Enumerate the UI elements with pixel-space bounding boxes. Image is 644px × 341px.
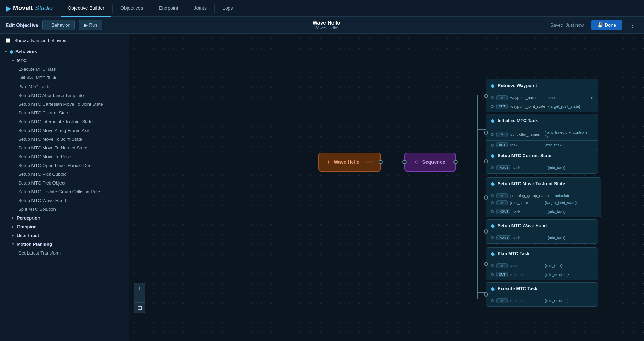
zoom-out-button[interactable]: − <box>134 293 145 303</box>
sidebar-item-initialize-mtc-task[interactable]: Initialize MTC Task <box>0 74 129 82</box>
out-dot-plan <box>491 273 494 276</box>
sidebar-item-split-mtc[interactable]: Split MTC Solution <box>0 205 129 214</box>
sidebar-item-mtc[interactable]: ▼ MTC <box>0 56 129 65</box>
sidebar-item-get-latest-transform[interactable]: Get Latest Transform <box>0 249 129 257</box>
sidebar-item-behaviors[interactable]: ▼ ◆ Behaviors <box>0 47 129 56</box>
setup-mtc-move-to-joint-card[interactable]: ◆ Setup MTC Move To Joint State IN plann… <box>486 177 601 217</box>
controller-names-label: controller_names <box>510 132 542 137</box>
execute-mtc-input-connector <box>484 292 488 297</box>
execute-mtc-icon: ◆ <box>491 285 495 292</box>
sidebar-item-setup-move-to-named[interactable]: Setup MTC Move To Named State <box>0 144 129 152</box>
retrieve-waypoint-title: Retrieve Waypoint <box>498 83 537 88</box>
execute-mtc-title: Execute MTC Task <box>498 286 537 291</box>
inout-dot3 <box>491 236 494 239</box>
task-out-value: {mtc_task} <box>545 143 563 147</box>
done-button[interactable]: 💾 Done <box>591 20 623 30</box>
main-content: Show advanced behaviors ▼ ◆ Behaviors ▼ … <box>0 34 644 341</box>
wave-hello-output-port[interactable] <box>379 160 383 164</box>
nav-objective-builder[interactable]: Objective Builder <box>61 0 111 17</box>
wave-hello-settings-icon[interactable]: ⚙⚙ <box>365 160 373 165</box>
sidebar-item-setup-open-lever[interactable]: Setup MTC Open Lever Handle Door <box>0 161 129 170</box>
plan-mtc-input-connector <box>484 262 488 266</box>
more-options-button[interactable]: ⋮ <box>627 20 638 30</box>
sequence-input-port[interactable] <box>402 160 407 164</box>
sidebar-item-grasping[interactable]: ► Grasping <box>0 222 129 231</box>
in-badge: IN <box>496 95 508 100</box>
nav-divider-1 <box>112 4 113 13</box>
plan-solution-label: solution <box>510 272 542 277</box>
sidebar-item-setup-wave-hand[interactable]: Setup MTC Wave Hand <box>0 196 129 205</box>
sequence-node[interactable]: ⚙ Sequence <box>404 153 456 172</box>
inout-dot2 <box>491 210 494 213</box>
nav-divider-2 <box>151 4 151 13</box>
sidebar-item-setup-move-to-pose[interactable]: Setup MTC Move To Pose <box>0 152 129 161</box>
init-mtc-input-connector <box>484 131 488 135</box>
init-mtc-header: ◆ Initialize MTC Task <box>486 114 598 127</box>
zoom-fit-button[interactable]: ⊡ <box>134 303 145 313</box>
zoom-in-button[interactable]: + <box>134 283 145 293</box>
sequence-icon: ⚙ <box>415 159 419 165</box>
sidebar-item-setup-update-collision[interactable]: Setup MTC Update Group Collision Rule <box>0 187 129 196</box>
nav-objectives[interactable]: Objectives <box>114 0 149 17</box>
sidebar-item-execute-mtc-task[interactable]: Execute MTC Task <box>0 65 129 74</box>
nav-joints[interactable]: Joints <box>188 0 213 17</box>
logo-text: MoveIt <box>13 5 33 12</box>
out-dot <box>491 105 494 108</box>
sidebar-item-setup-interpolate[interactable]: Setup MTC Interpolate To Joint State <box>0 117 129 126</box>
execute-mtc-task-card[interactable]: ◆ Execute MTC Task IN solution {mtc_solu… <box>486 282 598 307</box>
execute-solution-value: {mtc_solution} <box>545 299 569 303</box>
plan-task-in-row: IN task {mtc_task} <box>486 262 598 269</box>
execute-mtc-header: ◆ Execute MTC Task <box>486 283 598 295</box>
retrieve-waypoint-card[interactable]: ◆ Retrieve Waypoint IN waypoint_name Hom… <box>486 79 598 112</box>
plan-task-value: {mtc_task} <box>545 264 563 268</box>
sequence-output-port[interactable] <box>453 160 458 164</box>
in-dot <box>491 133 494 136</box>
sidebar-item-setup-move-along[interactable]: Setup MTC Move Along Frame Axis <box>0 126 129 135</box>
sidebar-item-plan-mtc-task[interactable]: Plan MTC Task <box>0 82 129 91</box>
initialize-mtc-task-card[interactable]: ◆ Initialize MTC Task IN controller_name… <box>486 114 598 151</box>
sidebar-item-user-input[interactable]: ► User Input <box>0 231 129 240</box>
sidebar-item-setup-pick-cuboid[interactable]: Setup MTC Pick Cuboid <box>0 170 129 179</box>
top-navigation: ▶ MoveIt Studio Objective Builder Object… <box>0 0 644 17</box>
add-behavior-button[interactable]: + Behavior <box>42 20 75 30</box>
dropdown-icon[interactable]: ▼ <box>590 96 593 100</box>
sidebar-item-perception[interactable]: ► Perception <box>0 214 129 222</box>
setup-mtc-wave-hand-card[interactable]: ◆ Setup MTC Wave Hand INOUT task {mtc_ta… <box>486 219 598 244</box>
retrieve-waypoint-icon: ◆ <box>491 82 495 89</box>
controller-names-row: IN controller_names /joint_trajectory_co… <box>486 129 598 140</box>
retrieve-waypoint-in-row: IN waypoint_name Home ▼ <box>486 94 598 101</box>
sidebar-item-setup-current-state[interactable]: Setup MTC Current State <box>0 109 129 117</box>
waypoint-name-label: waypoint_name <box>510 96 542 100</box>
retrieve-waypoint-body: IN waypoint_name Home ▼ OUT waypoint_joi… <box>486 92 598 112</box>
run-button[interactable]: ▶ Run <box>79 20 102 30</box>
chevron-down-icon-motion: ▼ <box>11 242 15 246</box>
logo-studio: Studio <box>35 5 53 12</box>
sidebar-item-setup-move-to-joint[interactable]: Setup MTC Move To Joint State <box>0 135 129 144</box>
show-advanced-checkbox[interactable] <box>6 38 10 43</box>
in-dot-exec <box>491 299 494 302</box>
in-dot1 <box>491 194 494 197</box>
joint-state-row: IN joint_state {target_joint_state} <box>486 199 601 206</box>
nav-logs[interactable]: Logs <box>216 0 239 17</box>
edit-objective-label: Edit Objective <box>6 22 38 28</box>
plan-mtc-title: Plan MTC Task <box>498 251 530 256</box>
move-to-joint-input-connector <box>484 195 488 200</box>
nav-endpoint[interactable]: Endpoint <box>152 0 184 17</box>
sidebar-item-motion-planning[interactable]: ▼ Motion Planning <box>0 240 129 249</box>
plan-mtc-task-card[interactable]: ◆ Plan MTC Task IN task {mtc_task} OUT s… <box>486 247 598 280</box>
plan-solution-value: {mtc_solution} <box>545 272 569 277</box>
wave-hello-node[interactable]: ✦ Wave Hello ⚙⚙ <box>318 153 381 172</box>
sep <box>486 207 601 207</box>
sidebar-item-setup-pick-object[interactable]: Setup MTC Pick Object <box>0 179 129 187</box>
inout-badge3: INOUT <box>496 235 510 240</box>
wave-hand-input-connector <box>484 229 488 234</box>
sidebar-item-setup-affordance[interactable]: Setup MTC Affordance Template <box>0 91 129 100</box>
planning-group-label: planning_group_name <box>510 194 549 198</box>
in-badge2: IN <box>496 200 508 205</box>
task-inout-value3: {mtc_task} <box>548 236 565 240</box>
setup-mtc-current-state-card[interactable]: ◆ Setup MTC Current State INOUT task {mt… <box>486 149 598 174</box>
current-state-icon: ◆ <box>491 152 495 159</box>
sidebar-item-setup-cartesian[interactable]: Setup MTC Cartesian Move To Joint State <box>0 100 129 109</box>
task-inout-label2: task <box>513 209 545 214</box>
current-state-body: INOUT task {mtc_task} <box>486 162 598 173</box>
